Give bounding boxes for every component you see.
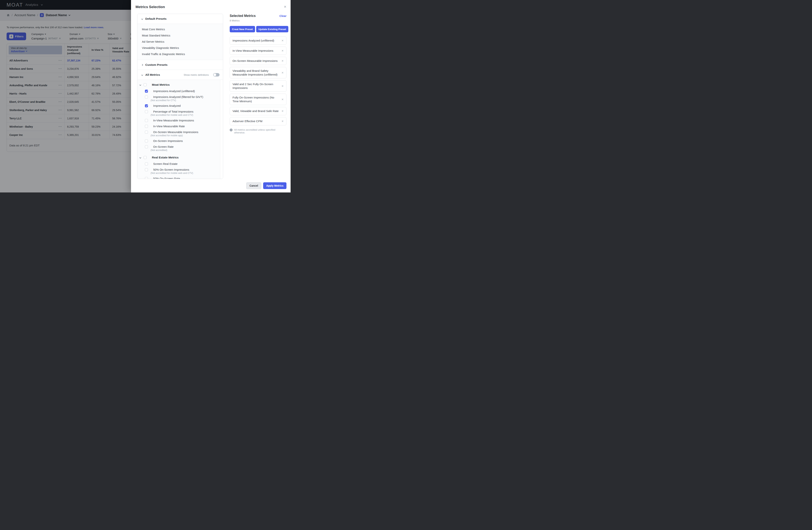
metric-label: In-View Measurable Rate bbox=[153, 124, 185, 128]
metric-checkbox[interactable] bbox=[145, 104, 148, 107]
section-label: Default Presets bbox=[145, 17, 166, 20]
default-presets-list: Moat Core Metrics Moat Standard Metrics … bbox=[137, 24, 223, 60]
metric-accreditation-caption: (Not accredited for mobile app) bbox=[137, 134, 220, 138]
selected-metrics-title: Selected Metrics bbox=[230, 14, 256, 18]
modal-footer: Cancel Apply Metrics bbox=[131, 179, 291, 192]
metric-checkbox[interactable] bbox=[145, 139, 148, 143]
selected-metric-chips: Impressions Analyzed (unfiltered) ✕ In-V… bbox=[230, 36, 287, 126]
chip-label: Valid and 2 Sec Fully On-Screen Impressi… bbox=[232, 82, 281, 90]
metric-label: Impressions Analyzed (unfiltered) bbox=[153, 89, 195, 93]
modal-title: Metrics Selection bbox=[135, 5, 165, 9]
metrics-card: Default Presets Moat Core Metrics Moat S… bbox=[137, 14, 223, 179]
chip-label: Fully On-Screen Impressions (No Time Min… bbox=[232, 95, 281, 103]
metric-checkbox[interactable] bbox=[145, 110, 148, 113]
apply-metrics-button[interactable]: Apply Metrics bbox=[263, 182, 287, 189]
selected-metrics-count: 8 Metrics bbox=[230, 19, 287, 22]
preset-item[interactable]: Moat Core Metrics bbox=[137, 26, 223, 32]
metric-label: Moat Metrics bbox=[152, 83, 170, 86]
chip-remove-icon[interactable]: ✕ bbox=[281, 39, 284, 42]
preset-item[interactable]: Viewability Diagnostic Metrics bbox=[137, 45, 223, 51]
chevron-down-icon bbox=[141, 18, 143, 20]
metric-accreditation-caption: (Not accredited) bbox=[137, 149, 220, 152]
metric-row[interactable]: Screen Real Estate bbox=[137, 161, 220, 167]
chip-label: On-Screen Measurable Impressions bbox=[232, 59, 281, 63]
chip-label: Valid, Viewable and Brand Safe Rate bbox=[232, 109, 281, 113]
metric-checkbox[interactable] bbox=[144, 156, 147, 159]
selected-metric-chip: Fully On-Screen Impressions (No Time Min… bbox=[230, 93, 287, 105]
chevron-right-icon bbox=[141, 64, 143, 66]
metric-row[interactable]: In-View Measurable Rate bbox=[137, 123, 220, 129]
chip-remove-icon[interactable]: ✕ bbox=[281, 85, 284, 88]
preset-item[interactable]: Moat Standard Metrics bbox=[137, 32, 223, 39]
show-definitions-label: Show metric definitions bbox=[184, 73, 209, 76]
metric-accreditation-caption: (Not accredited for mobile web and CTV) bbox=[137, 172, 220, 176]
metric-row[interactable]: On-Screen Impressions bbox=[137, 138, 220, 144]
metric-label: On-Screen Measurable Impressions bbox=[153, 130, 198, 134]
metric-label: Impressions Analyzed bbox=[153, 104, 180, 107]
metric-row[interactable]: In-View Measurable Impressions bbox=[137, 117, 220, 123]
preset-item[interactable]: Invalid Traffic & Diagnostic Metrics bbox=[137, 51, 223, 57]
metric-row[interactable]: Impressions Analyzed bbox=[137, 103, 220, 109]
metric-checkbox[interactable] bbox=[145, 95, 148, 99]
metric-label: In-View Measurable Impressions bbox=[153, 119, 194, 122]
metric-checkbox[interactable] bbox=[144, 83, 147, 86]
scrollbar-track[interactable] bbox=[220, 80, 223, 179]
metric-checkbox[interactable] bbox=[145, 177, 148, 179]
clear-selected-link[interactable]: Clear bbox=[279, 14, 287, 17]
metric-checkbox[interactable] bbox=[145, 162, 148, 165]
chip-remove-icon[interactable]: ✕ bbox=[281, 71, 284, 74]
section-label: Custom Presets bbox=[145, 63, 168, 67]
metric-accreditation-caption: (Not accredited for CTV) bbox=[137, 99, 220, 103]
metric-accreditation-caption: (Not accredited for mobile web and CTV) bbox=[137, 114, 220, 117]
note-text: All metrics accredited unless specified … bbox=[234, 128, 287, 134]
metric-label: On-Screen Rate bbox=[153, 145, 174, 148]
close-icon[interactable]: ✕ bbox=[284, 5, 287, 9]
selected-metrics-panel: Selected Metrics Clear 8 Metrics Creat N… bbox=[230, 14, 287, 134]
info-icon: i bbox=[230, 129, 232, 131]
app-screen: MOAT Analytics / Account Name / D Datase… bbox=[0, 0, 291, 192]
metric-label: Percentage of Total Impressions bbox=[153, 110, 193, 113]
metric-label: 50% On-Screen Impressions bbox=[153, 168, 189, 171]
create-new-preset-button[interactable]: Creat New Preset bbox=[230, 26, 255, 32]
chip-remove-icon[interactable]: ✕ bbox=[281, 49, 284, 52]
metric-row[interactable]: Impressions Analyzed (unfiltered) bbox=[137, 88, 220, 94]
selected-metric-chip: Valid and 2 Sec Fully On-Screen Impressi… bbox=[230, 80, 287, 92]
chip-remove-icon[interactable]: ✕ bbox=[281, 109, 284, 113]
chip-remove-icon[interactable]: ✕ bbox=[281, 59, 284, 62]
selected-metric-chip: Adserver Effective CPM ✕ bbox=[230, 117, 287, 126]
metric-row[interactable]: Moat Metrics bbox=[137, 80, 220, 88]
selected-metric-chip: Impressions Analyzed (unfiltered) ✕ bbox=[230, 36, 287, 45]
cancel-button[interactable]: Cancel bbox=[246, 182, 261, 189]
default-presets-section-header[interactable]: Default Presets bbox=[137, 14, 223, 24]
selected-metric-chip: Valid, Viewable and Brand Safe Rate ✕ bbox=[230, 107, 287, 115]
all-metrics-section-header[interactable]: All Metrics Show metric definitions bbox=[137, 70, 223, 80]
metric-checkbox[interactable] bbox=[145, 168, 148, 171]
chip-label: Viewability and Brand Safety Measurable … bbox=[232, 69, 281, 76]
metric-row[interactable]: 50% On-Screen Rate bbox=[137, 176, 220, 179]
metric-checkbox[interactable] bbox=[145, 90, 148, 93]
chip-label: Adserver Effective CPM bbox=[232, 119, 281, 123]
chevron-down-icon bbox=[140, 84, 141, 86]
metric-label: Impressions Analyzed (filtered for GIVT) bbox=[153, 95, 203, 99]
chip-remove-icon[interactable]: ✕ bbox=[281, 98, 284, 101]
selected-metric-chip: Viewability and Brand Safety Measurable … bbox=[230, 67, 287, 78]
metrics-checkbox-list: Moat Metrics Impressions Analyzed (unfil… bbox=[137, 80, 223, 179]
metric-checkbox[interactable] bbox=[145, 119, 148, 122]
custom-presets-section-header[interactable]: Custom Presets bbox=[137, 60, 223, 70]
metric-row[interactable]: Real Estate Metrics bbox=[137, 152, 220, 161]
chevron-down-icon bbox=[140, 157, 141, 159]
metric-label: On-Screen Impressions bbox=[153, 139, 183, 143]
chevron-down-icon bbox=[141, 74, 143, 76]
chip-remove-icon[interactable]: ✕ bbox=[281, 120, 284, 123]
metric-label: Real Estate Metrics bbox=[152, 156, 178, 159]
preset-item[interactable]: Ad Server Metrics bbox=[137, 39, 223, 45]
toggle-knob bbox=[214, 73, 216, 76]
metric-checkbox[interactable] bbox=[145, 131, 148, 134]
update-existing-preset-button[interactable]: Update Existing Preset bbox=[256, 26, 288, 32]
metric-checkbox[interactable] bbox=[145, 125, 148, 128]
metric-label: 50% On-Screen Rate bbox=[153, 177, 180, 179]
selected-metric-chip: On-Screen Measurable Impressions ✕ bbox=[230, 57, 287, 65]
show-definitions-toggle[interactable] bbox=[213, 73, 219, 76]
metric-checkbox[interactable] bbox=[145, 145, 148, 148]
section-label: All Metrics bbox=[145, 73, 160, 76]
